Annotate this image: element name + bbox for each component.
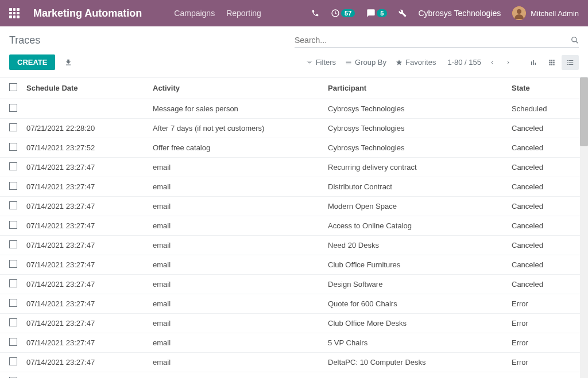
scroll-thumb[interactable] bbox=[580, 77, 588, 146]
search-input[interactable] bbox=[295, 36, 571, 45]
table-row[interactable]: 07/14/2021 23:27:47 email Distributor Co… bbox=[0, 177, 580, 197]
cell-activity: email bbox=[148, 294, 323, 314]
nav-item-campaigns[interactable]: Campaigns bbox=[174, 9, 215, 18]
export-button[interactable] bbox=[62, 56, 75, 69]
cell-participant: Distributor Contract bbox=[323, 177, 507, 197]
cell-state: Canceled bbox=[507, 158, 580, 177]
control-panel: Traces CREATE Filters Group By bbox=[0, 26, 588, 77]
cell-schedule-date: 07/14/2021 23:27:47 bbox=[22, 372, 148, 379]
cell-participant: Need 20 Desks bbox=[323, 236, 507, 255]
row-checkbox[interactable] bbox=[9, 240, 17, 248]
table-row[interactable]: 07/14/2021 23:27:47 email Club Office Mo… bbox=[0, 314, 580, 333]
cell-schedule-date: 07/14/2021 23:27:47 bbox=[22, 275, 148, 294]
pager-prev[interactable] bbox=[487, 57, 497, 68]
nav-menu: CampaignsReporting bbox=[174, 9, 261, 18]
traces-table: Schedule Date Activity Participant State… bbox=[0, 77, 580, 378]
row-checkbox[interactable] bbox=[9, 201, 17, 209]
table-row[interactable]: 07/21/2021 22:28:20 After 7 days (if not… bbox=[0, 119, 580, 138]
header-schedule-date[interactable]: Schedule Date bbox=[22, 77, 148, 99]
apps-menu-icon[interactable] bbox=[9, 8, 20, 18]
table-row[interactable]: 07/14/2021 23:27:47 email DeltaPC: 10 Co… bbox=[0, 353, 580, 372]
cell-participant: Cybrosys Technologies bbox=[323, 138, 507, 158]
table-row[interactable]: 07/14/2021 23:27:52 Offer free catalog C… bbox=[0, 138, 580, 158]
create-button[interactable]: CREATE bbox=[9, 54, 55, 70]
messages-icon[interactable]: 5 bbox=[366, 9, 387, 18]
row-checkbox[interactable] bbox=[9, 162, 17, 170]
phone-icon[interactable] bbox=[311, 9, 319, 17]
table-row[interactable]: 07/14/2021 23:27:47 email Access to Onli… bbox=[0, 216, 580, 236]
row-checkbox[interactable] bbox=[9, 182, 17, 190]
pager-text[interactable]: 1-80 / 155 bbox=[447, 58, 481, 67]
groupby-button[interactable]: Group By bbox=[345, 58, 386, 67]
view-graph-button[interactable] bbox=[525, 55, 542, 70]
table-row[interactable]: 07/14/2021 23:27:47 email Club Office Fu… bbox=[0, 255, 580, 275]
nav-item-reporting[interactable]: Reporting bbox=[226, 9, 261, 18]
cell-schedule-date bbox=[22, 99, 148, 119]
cell-state: Canceled bbox=[507, 138, 580, 158]
cell-participant: Info about services bbox=[323, 372, 507, 379]
header-state[interactable]: State bbox=[507, 77, 580, 99]
view-list-button[interactable] bbox=[562, 55, 579, 70]
cell-state: Canceled bbox=[507, 177, 580, 197]
view-kanban-button[interactable] bbox=[543, 55, 560, 70]
cell-participant: Design Software bbox=[323, 275, 507, 294]
pager-next[interactable] bbox=[503, 57, 513, 68]
table-row[interactable]: 07/14/2021 23:27:47 email Info about ser… bbox=[0, 372, 580, 379]
cell-participant: DeltaPC: 10 Computer Desks bbox=[323, 353, 507, 372]
table-row[interactable]: 07/14/2021 23:27:47 email Need 20 Desks … bbox=[0, 236, 580, 255]
select-all-checkbox[interactable] bbox=[9, 83, 17, 91]
cell-schedule-date: 07/14/2021 23:27:47 bbox=[22, 197, 148, 216]
cell-activity: email bbox=[148, 314, 323, 333]
search-area bbox=[295, 33, 579, 48]
filters-button[interactable]: Filters bbox=[306, 58, 336, 67]
row-checkbox[interactable] bbox=[9, 260, 17, 268]
cell-activity: email bbox=[148, 158, 323, 177]
cell-participant: Club Office Furnitures bbox=[323, 255, 507, 275]
cell-state: Canceled bbox=[507, 216, 580, 236]
row-checkbox[interactable] bbox=[9, 299, 17, 307]
row-checkbox[interactable] bbox=[9, 318, 17, 326]
search-icon[interactable] bbox=[571, 36, 579, 44]
cell-state: Error bbox=[507, 353, 580, 372]
header-activity[interactable]: Activity bbox=[148, 77, 323, 99]
company-selector[interactable]: Cybrosys Technologies bbox=[418, 9, 501, 18]
cell-participant: Access to Online Catalog bbox=[323, 216, 507, 236]
app-title[interactable]: Marketing Automation bbox=[33, 7, 142, 20]
cell-state: Canceled bbox=[507, 275, 580, 294]
row-checkbox[interactable] bbox=[9, 279, 17, 287]
row-checkbox[interactable] bbox=[9, 221, 17, 229]
cell-activity: email bbox=[148, 236, 323, 255]
cell-activity: email bbox=[148, 353, 323, 372]
favorites-button[interactable]: Favorites bbox=[396, 58, 436, 67]
cell-schedule-date: 07/21/2021 22:28:20 bbox=[22, 119, 148, 138]
table-row[interactable]: 07/14/2021 23:27:47 email Modern Open Sp… bbox=[0, 197, 580, 216]
table-row[interactable]: 07/14/2021 23:27:47 email Design Softwar… bbox=[0, 275, 580, 294]
row-checkbox[interactable] bbox=[9, 123, 17, 131]
header-participant[interactable]: Participant bbox=[323, 77, 507, 99]
table-row[interactable]: 07/14/2021 23:27:47 email 5 VP Chairs Er… bbox=[0, 333, 580, 353]
cell-schedule-date: 07/14/2021 23:27:52 bbox=[22, 138, 148, 158]
cell-schedule-date: 07/14/2021 23:27:47 bbox=[22, 294, 148, 314]
cell-schedule-date: 07/14/2021 23:27:47 bbox=[22, 158, 148, 177]
row-checkbox[interactable] bbox=[9, 357, 17, 365]
pager: 1-80 / 155 bbox=[447, 57, 513, 68]
row-checkbox[interactable] bbox=[9, 338, 17, 346]
cell-activity: After 7 days (if not yet customers) bbox=[148, 119, 323, 138]
user-menu[interactable]: Mitchell Admin bbox=[512, 6, 579, 20]
cell-participant: Recurring delivery contract bbox=[323, 158, 507, 177]
table-row[interactable]: 07/14/2021 23:27:47 email Quote for 600 … bbox=[0, 294, 580, 314]
svg-point-2 bbox=[517, 9, 521, 14]
cell-activity: email bbox=[148, 197, 323, 216]
messages-badge: 5 bbox=[377, 9, 387, 17]
cell-participant: Cybrosys Technologies bbox=[323, 119, 507, 138]
cell-state: Canceled bbox=[507, 197, 580, 216]
row-checkbox[interactable] bbox=[9, 104, 17, 112]
table-row[interactable]: Message for sales person Cybrosys Techno… bbox=[0, 99, 580, 119]
activity-icon[interactable]: 57 bbox=[331, 9, 355, 18]
cell-schedule-date: 07/14/2021 23:27:47 bbox=[22, 236, 148, 255]
row-checkbox[interactable] bbox=[9, 143, 17, 151]
tools-icon[interactable] bbox=[399, 9, 407, 17]
cell-activity: email bbox=[148, 333, 323, 353]
table-row[interactable]: 07/14/2021 23:27:47 email Recurring deli… bbox=[0, 158, 580, 177]
vertical-scrollbar[interactable] bbox=[580, 77, 588, 378]
